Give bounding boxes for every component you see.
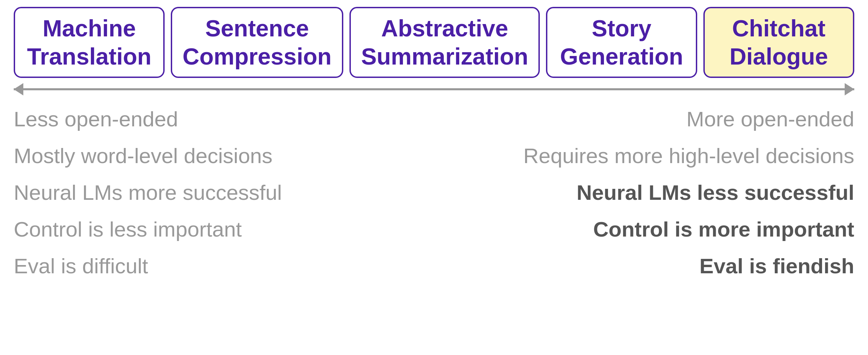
left-text-0: Less open-ended [14, 107, 178, 131]
task-boxes-row: MachineTranslationSentenceCompressionAbs… [10, 7, 858, 78]
task-box-story-generation: StoryGeneration [546, 7, 697, 78]
left-text-3: Control is less important [14, 217, 242, 241]
right-text-3: Control is more important [593, 217, 854, 241]
comparison-table: Less open-endedMore open-endedMostly wor… [10, 97, 858, 284]
left-text-4: Eval is difficult [14, 254, 148, 278]
task-box-chitchat-dialogue: ChitchatDialogue [703, 7, 854, 78]
spectrum-arrow [14, 88, 854, 90]
comparison-row-3: Control is less importantControl is more… [14, 211, 854, 248]
comparison-row-2: Neural LMs more successfulNeural LMs les… [14, 174, 854, 211]
left-text-2: Neural LMs more successful [14, 180, 282, 205]
right-text-2: Neural LMs less successful [576, 180, 854, 205]
arrow-row [10, 88, 858, 90]
right-text-4: Eval is fiendish [700, 254, 854, 278]
right-text-0: More open-ended [687, 107, 854, 131]
comparison-row-1: Mostly word-level decisionsRequires more… [14, 137, 854, 174]
task-box-machine-translation: MachineTranslation [14, 7, 165, 78]
task-box-abstractive-summarization: AbstractiveSummarization [349, 7, 540, 78]
right-text-1: Requires more high-level decisions [523, 144, 854, 168]
comparison-row-4: Eval is difficultEval is fiendish [14, 248, 854, 284]
comparison-row-0: Less open-endedMore open-ended [14, 101, 854, 137]
task-box-sentence-compression: SentenceCompression [171, 7, 343, 78]
left-text-1: Mostly word-level decisions [14, 144, 273, 168]
